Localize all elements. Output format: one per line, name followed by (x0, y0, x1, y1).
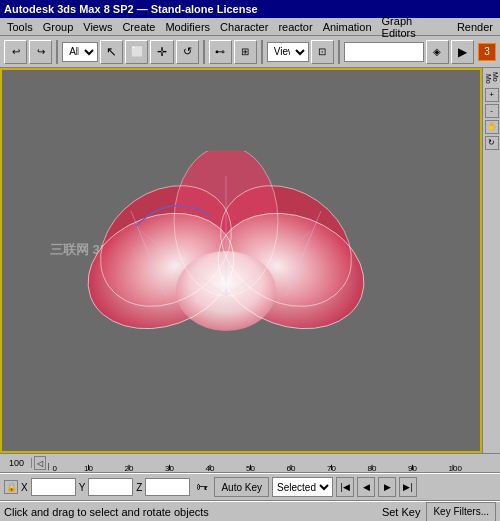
select-region-button[interactable]: ⬜ (125, 40, 148, 64)
pan-button[interactable]: ✋ (485, 120, 499, 134)
svg-text:20: 20 (125, 464, 134, 472)
menu-item-character[interactable]: Character (215, 21, 273, 33)
status-bar: Click and drag to select and rotate obje… (0, 501, 500, 521)
right-panel-mo-button[interactable]: Mo Mo (483, 70, 501, 86)
next-frame-button[interactable]: ▶| (399, 477, 417, 497)
select-and-move-button[interactable]: ✛ (150, 40, 173, 64)
z-coord-input[interactable] (145, 478, 190, 496)
timeline-range-start[interactable]: ◁ (34, 456, 46, 470)
y-coord-input[interactable] (88, 478, 133, 496)
select-tool-button[interactable]: ↖ (100, 40, 123, 64)
mirror-button[interactable]: ⊷ (209, 40, 232, 64)
svg-text:50: 50 (246, 464, 255, 472)
menu-bar: Tools Group Views Create Modifiers Chara… (0, 18, 500, 36)
selection-filter-dropdown[interactable]: All Geometry (62, 42, 98, 62)
timeline-ruler[interactable]: 100 ◁ 0 10 20 30 40 50 60 70 (0, 453, 500, 473)
title-text: Autodesk 3ds Max 8 SP2 — Stand-alone Lic… (4, 3, 258, 15)
zoom-extents-button[interactable]: ⊡ (311, 40, 334, 64)
menu-item-animation[interactable]: Animation (318, 21, 377, 33)
toolbar-separator-3 (261, 40, 263, 64)
x-coord-input[interactable] (31, 478, 76, 496)
zoom-in-button[interactable]: + (485, 88, 499, 102)
menu-item-modifiers[interactable]: Modifiers (160, 21, 215, 33)
play-button[interactable]: ▶ (378, 477, 396, 497)
svg-text:60: 60 (287, 464, 296, 472)
ruler-canvas[interactable]: 0 10 20 30 40 50 60 70 80 90 1 (48, 454, 498, 472)
number-badge-button[interactable]: 3 (478, 43, 496, 61)
selected-dropdown[interactable]: Selected All None (272, 477, 333, 497)
current-frame-display: 100 (2, 458, 32, 468)
menu-item-group[interactable]: Group (38, 21, 79, 33)
svg-text:10: 10 (84, 464, 93, 472)
anim-controls: 🔒 X Y Z 🗝 Auto Key Selected All None |◀ … (0, 473, 500, 501)
set-key-icon[interactable]: 🗝 (193, 478, 211, 496)
zoom-out-button[interactable]: - (485, 104, 499, 118)
select-and-rotate-button[interactable]: ↺ (176, 40, 199, 64)
y-coord-label: Y (79, 482, 86, 493)
go-to-start-button[interactable]: |◀ (336, 477, 354, 497)
render-scene-button[interactable]: ▶ (451, 40, 474, 64)
menu-item-reactor[interactable]: reactor (273, 21, 317, 33)
svg-text:80: 80 (368, 464, 377, 472)
toolbar-separator-4 (338, 40, 340, 64)
set-key-label: Set Key (382, 506, 421, 518)
svg-text:90: 90 (408, 464, 417, 472)
key-filters-button[interactable]: Key Filters... (426, 502, 496, 522)
undo-button[interactable]: ↩ (4, 40, 27, 64)
prev-frame-button[interactable]: ◀ (357, 477, 375, 497)
menu-item-render[interactable]: Render (452, 21, 498, 33)
lock-icon[interactable]: 🔒 (4, 480, 18, 494)
menu-item-create[interactable]: Create (117, 21, 160, 33)
z-coord-label: Z (136, 482, 142, 493)
menu-item-graph-editors[interactable]: Graph Editors (377, 15, 452, 39)
x-coord-label: X (21, 482, 28, 493)
viewport[interactable]: 三联网 3LIAN.COM (0, 68, 482, 453)
toolbar-separator-2 (203, 40, 205, 64)
menu-item-views[interactable]: Views (78, 21, 117, 33)
material-editor-button[interactable]: ◈ (426, 40, 449, 64)
right-panel: Mo Mo + - ✋ ↻ (482, 68, 500, 453)
redo-button[interactable]: ↪ (29, 40, 52, 64)
toolbar: ↩ ↪ All Geometry ↖ ⬜ ✛ ↺ ⊷ ⊞ View Screen… (0, 36, 500, 68)
orbit-button[interactable]: ↻ (485, 136, 499, 150)
view-dropdown[interactable]: View Screen (267, 42, 309, 62)
array-button[interactable]: ⊞ (234, 40, 257, 64)
svg-text:100: 100 (449, 464, 463, 472)
named-selection-input[interactable] (344, 42, 424, 62)
lotus-flower (76, 151, 376, 371)
auto-key-button[interactable]: Auto Key (214, 477, 269, 497)
toolbar-separator-1 (56, 40, 58, 64)
menu-item-tools[interactable]: Tools (2, 21, 38, 33)
status-text: Click and drag to select and rotate obje… (4, 506, 382, 518)
main-area: 三联网 3LIAN.COM (0, 68, 500, 453)
svg-text:0: 0 (53, 464, 58, 472)
svg-text:40: 40 (206, 464, 215, 472)
svg-text:70: 70 (327, 464, 336, 472)
svg-text:30: 30 (165, 464, 174, 472)
